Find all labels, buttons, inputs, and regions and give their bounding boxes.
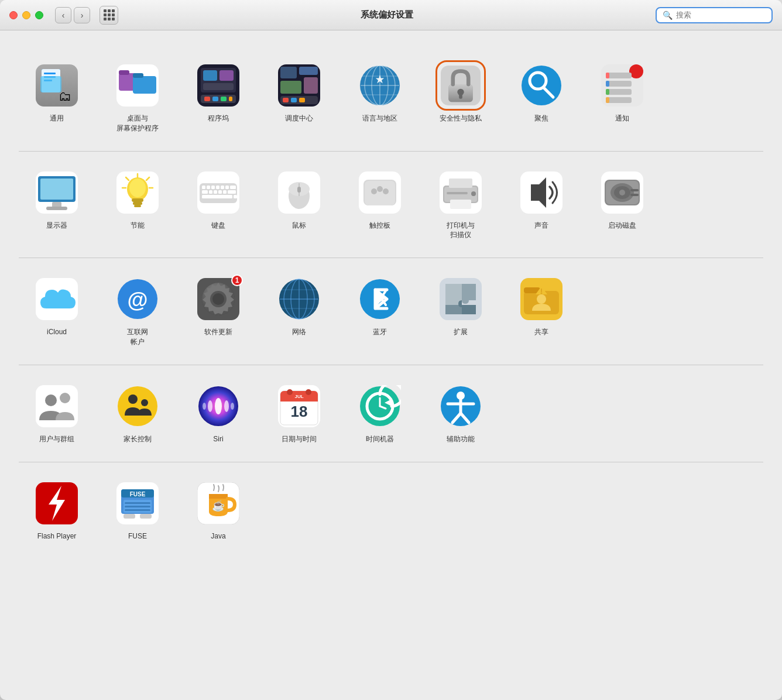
svg-rect-26: [280, 81, 301, 94]
grid-view-button[interactable]: [100, 6, 118, 25]
svg-point-65: [129, 179, 146, 197]
svg-rect-53: [606, 81, 609, 87]
pref-general[interactable]: 🗂 通用: [19, 56, 95, 139]
pref-startup[interactable]: 启动磁盘: [584, 163, 660, 246]
pref-java[interactable]: ☕ Java: [180, 474, 256, 547]
pref-bluetooth[interactable]: 蓝牙: [342, 270, 418, 353]
svg-rect-79: [216, 186, 219, 189]
search-input[interactable]: [676, 11, 764, 19]
language-icon-wrapper: [356, 62, 403, 109]
pref-internet[interactable]: @ 互联网 帐户: [100, 270, 176, 353]
svg-rect-24: [280, 67, 297, 78]
back-button[interactable]: ‹: [55, 7, 71, 23]
svg-rect-54: [606, 89, 632, 95]
pref-icloud[interactable]: iCloud: [19, 270, 95, 353]
svg-rect-78: [211, 186, 215, 189]
pref-dock[interactable]: 程序坞: [180, 56, 256, 139]
svg-rect-22: [203, 83, 234, 90]
svg-rect-183: [125, 506, 150, 507]
svg-text:18: 18: [291, 403, 308, 420]
svg-rect-27: [304, 77, 318, 94]
pref-sharing[interactable]: 共享: [503, 270, 579, 353]
timemachine-icon-wrapper: [356, 383, 403, 430]
sharing-icon-wrapper: [518, 276, 565, 322]
parental-icon: [116, 385, 159, 427]
timemachine-icon: [359, 385, 401, 427]
mission-icon-wrapper: [276, 62, 323, 109]
extensions-label: 扩展: [454, 327, 468, 337]
displays-icon: [36, 171, 78, 214]
general-label: 通用: [50, 114, 64, 123]
pref-fuse[interactable]: FUSE FUSE: [100, 474, 176, 547]
pref-flashplayer[interactable]: Flash Player: [19, 474, 95, 547]
dock-icon-wrapper: [195, 62, 242, 109]
pref-security[interactable]: 安全性与隐私: [423, 56, 499, 139]
svg-point-155: [231, 403, 234, 410]
forward-button[interactable]: ›: [74, 7, 90, 23]
svg-point-107: [471, 191, 476, 196]
minimize-button[interactable]: [22, 11, 30, 19]
icon-grid-other: Flash Player FUSE: [19, 474, 763, 547]
keyboard-icon: [197, 171, 239, 214]
softwareupdate-icon-wrapper: 1: [195, 276, 242, 322]
window-title: 系统偏好设置: [125, 9, 649, 20]
pref-mission[interactable]: 调度中心: [261, 56, 337, 139]
pref-displays[interactable]: 显示器: [19, 163, 95, 246]
svg-rect-12: [133, 73, 143, 78]
energy-icon-wrapper: [114, 169, 161, 216]
pref-trackpad[interactable]: 触控板: [342, 163, 418, 246]
general-icon: 🗂: [36, 64, 78, 107]
svg-rect-88: [228, 190, 236, 194]
svg-point-140: [537, 294, 546, 304]
spotlight-icon-wrapper: [518, 62, 565, 109]
svg-rect-98: [365, 181, 395, 205]
pref-accessibility[interactable]: 辅助功能: [423, 377, 499, 450]
java-icon: ☕: [197, 482, 239, 524]
svg-rect-80: [221, 186, 224, 189]
users-icon: [36, 385, 78, 427]
svg-point-152: [208, 400, 212, 412]
pref-language[interactable]: 语言与地区: [342, 56, 418, 139]
pref-users[interactable]: 用户与群组: [19, 377, 95, 450]
svg-rect-20: [203, 70, 217, 81]
pref-keyboard[interactable]: 键盘: [180, 163, 256, 246]
svg-rect-95: [297, 187, 301, 193]
pref-desktop[interactable]: 桌面与 屏幕保护程序: [100, 56, 176, 139]
pref-printer[interactable]: 打印机与 扫描仪: [423, 163, 499, 246]
nav-buttons: ‹ ›: [55, 7, 90, 23]
pref-extensions[interactable]: 扩展: [423, 270, 499, 353]
svg-rect-144: [36, 385, 78, 427]
svg-rect-66: [132, 198, 143, 202]
pref-parental[interactable]: 家长控制: [100, 377, 176, 450]
sharing-label: 共享: [534, 327, 548, 337]
pref-spotlight[interactable]: 聚焦: [503, 56, 579, 139]
svg-rect-186: [140, 514, 152, 519]
maximize-button[interactable]: [35, 11, 43, 19]
pref-siri[interactable]: Siri: [180, 377, 256, 450]
grid-icon: [104, 9, 115, 20]
parental-icon-wrapper: [114, 383, 161, 430]
svg-rect-60: [40, 179, 73, 200]
fuse-icon-wrapper: FUSE: [114, 480, 161, 527]
mission-icon: [278, 64, 320, 107]
pref-timemachine[interactable]: 时间机器: [342, 377, 418, 450]
search-box[interactable]: 🔍: [656, 7, 773, 23]
svg-rect-77: [207, 186, 210, 189]
close-button[interactable]: [9, 11, 18, 19]
pref-softwareupdate[interactable]: 1 软件更新: [180, 270, 256, 353]
startup-icon-wrapper: [599, 169, 646, 216]
svg-rect-21: [219, 70, 234, 81]
icloud-icon: [36, 278, 78, 320]
pref-network[interactable]: 网络: [261, 270, 337, 353]
energy-label: 节能: [131, 221, 145, 231]
accessibility-icon: [440, 385, 482, 427]
timemachine-label: 时间机器: [366, 434, 394, 444]
pref-sound[interactable]: 声音: [503, 163, 579, 246]
svg-text:JUL: JUL: [294, 394, 303, 399]
pref-datetime[interactable]: JUL 18 日期与时间: [261, 377, 337, 450]
pref-mouse[interactable]: 鼠标: [261, 163, 337, 246]
svg-rect-25: [299, 67, 318, 75]
pref-energy[interactable]: 节能: [100, 163, 176, 246]
pref-notifications[interactable]: 通知: [584, 56, 660, 139]
language-icon: [359, 64, 401, 107]
